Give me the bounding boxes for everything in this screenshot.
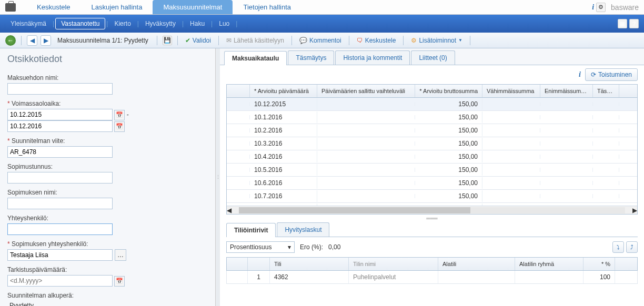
ero-label: Ero (%):	[300, 243, 323, 251]
input-contract-id[interactable]	[7, 172, 113, 183]
breadcrumb: Maksusuunnitelma 1/1: Pyydetty	[57, 37, 148, 44]
col-account-name[interactable]: Tilin nimi	[349, 258, 438, 270]
sub-nav: Yleisnäkymä | Vastaanotettu | Kierto | H…	[0, 15, 644, 33]
label-payment-term: Maksuehdon nimi:	[7, 74, 208, 81]
schedule-row[interactable]: 10.6.2016150,00	[227, 177, 637, 190]
calendar-from-icon[interactable]: 📅	[114, 110, 125, 120]
tab-invoices[interactable]: Laskujen hallinta	[81, 0, 153, 14]
more-button[interactable]: ⚙Lisätoiminnot ▼	[409, 36, 465, 45]
tab-plans[interactable]: Maksusuunnitelmat	[153, 0, 233, 14]
validate-button[interactable]: ✔Validoi	[183, 36, 213, 45]
tab-coding-rows[interactable]: Tiliöintirivit	[226, 223, 276, 237]
tab-attachments[interactable]: Liitteet (0)	[411, 50, 455, 65]
schedule-row[interactable]: 10.2.2016150,00	[227, 124, 637, 137]
label-validity: Voimassaoloaika:	[7, 100, 208, 107]
calendar-check-icon[interactable]: 📅	[114, 276, 125, 287]
horizontal-scrollbar[interactable]: ◀▶	[227, 206, 637, 214]
input-payment-term[interactable]	[7, 83, 113, 95]
comment-button[interactable]: 💬Kommentoi	[297, 36, 344, 45]
import-icon[interactable]: ⤵	[612, 241, 624, 253]
basis-dropdown[interactable]: Prosenttiosuus▾	[226, 241, 295, 253]
info-icon[interactable]: i	[592, 3, 594, 12]
tab-history[interactable]: Historia ja kommentit	[335, 50, 410, 65]
input-contract-name[interactable]	[7, 198, 113, 209]
briefcase-icon[interactable]	[5, 3, 16, 12]
horizontal-splitter[interactable]: ═══	[220, 215, 644, 222]
input-date-to[interactable]	[7, 120, 113, 132]
recurrence-button[interactable]: ⟳ Toistuminen	[585, 68, 638, 81]
subnav-received[interactable]: Vastaanotettu	[55, 18, 105, 29]
label-contract-name: Sopimuksen nimi:	[7, 189, 208, 196]
subnav-approved[interactable]: Hyväksytty	[140, 18, 181, 29]
export-icon[interactable]: ⤴	[626, 241, 638, 253]
layout-icon[interactable]: ▦	[618, 19, 627, 28]
col-match[interactable]: Täsmä	[593, 85, 619, 97]
input-date-from[interactable]	[7, 109, 113, 120]
left-title: Otsikkotiedot	[0, 48, 215, 70]
value-origin: Pyydetty	[7, 301, 208, 306]
input-contact[interactable]	[7, 223, 113, 235]
schedule-row[interactable]: 10.5.2016150,00	[227, 164, 637, 177]
schedule-row[interactable]: 10.7.2016150,00	[227, 190, 637, 203]
prev-button[interactable]: ◀	[27, 35, 37, 46]
col-est-gross[interactable]: * Arvioitu bruttosumma	[415, 85, 482, 97]
calendar-to-icon[interactable]: 📅	[114, 121, 125, 132]
save-icon[interactable]: 💾	[163, 36, 172, 45]
schedule-row[interactable]: 10.3.2016150,00	[227, 137, 637, 150]
col-subaccount[interactable]: Alatili	[438, 258, 515, 270]
ero-value: 0,00	[328, 243, 340, 251]
vertical-splitter[interactable]: ⋮	[216, 48, 220, 306]
back-button[interactable]: ←	[5, 35, 16, 46]
col-min[interactable]: Vähimmäissumma	[482, 85, 540, 97]
subnav-search[interactable]: Haku	[185, 18, 210, 29]
top-tabs: Keskustele Laskujen hallinta Maksusuunni…	[0, 0, 644, 15]
col-est-date[interactable]: * Arvioitu päivämäärä	[250, 85, 317, 97]
send-button[interactable]: ✉Lähetä käsittelyyn	[224, 36, 286, 45]
toolbar: ← ◀ ▶ Maksusuunnitelma 1/1: Pyydetty 💾 ✔…	[0, 33, 644, 48]
schedule-row[interactable]: 10.12.2015150,00	[227, 98, 637, 111]
col-date-range[interactable]: Päivämäärien sallittu vaihteluväli	[317, 85, 415, 97]
settings-icon[interactable]: ⚙	[596, 3, 606, 12]
tab-schedule[interactable]: Maksuaikataulu	[224, 51, 287, 65]
input-check-date[interactable]	[7, 275, 113, 287]
help-icon[interactable]: ?	[629, 19, 639, 28]
tab-credit-notes[interactable]: Hyvityslaskut	[277, 222, 329, 237]
right-pane: Maksuaikataulu Täsmäytys Historia ja kom…	[220, 48, 644, 306]
col-account[interactable]: Tili	[270, 258, 349, 270]
label-contract-id: Sopimustunnus:	[7, 163, 208, 170]
tab-datamgmt[interactable]: Tietojen hallinta	[233, 0, 301, 14]
label-contact: Yhteyshenkilö:	[7, 215, 208, 222]
lookup-button[interactable]: …	[115, 249, 126, 261]
label-origin: Suunnitelman alkuperä:	[7, 292, 208, 299]
label-check-date: Tarkistuspäivämäärä:	[7, 266, 208, 273]
subnav-create[interactable]: Luo	[214, 18, 235, 29]
subnav-overview[interactable]: Yleisnäkymä	[5, 18, 52, 29]
tab-match[interactable]: Täsmäytys	[288, 50, 334, 65]
schedule-row[interactable]: 10.4.2016150,00	[227, 150, 637, 164]
discuss-button[interactable]: 🗨Keskustele	[355, 36, 398, 45]
left-pane: Otsikkotiedot Maksuehdon nimi: Voimassao…	[0, 48, 216, 306]
subnav-circulation[interactable]: Kierto	[109, 18, 136, 29]
info-icon-grid[interactable]: i	[579, 70, 581, 79]
input-plan-ref[interactable]	[7, 146, 113, 158]
label-contract-contact: Sopimuksen yhteyshenkilö:	[7, 240, 208, 248]
input-contract-contact[interactable]	[7, 249, 113, 261]
col-percent[interactable]: * %	[583, 258, 615, 270]
next-button[interactable]: ▶	[41, 35, 51, 46]
tab-discuss[interactable]: Keskustele	[26, 0, 81, 14]
brand-logo: basware	[611, 3, 639, 12]
coding-row[interactable]: 1 4362 Puhelinpalvelut 100	[226, 271, 638, 284]
col-subaccount-group[interactable]: Alatilin ryhmä	[515, 258, 583, 270]
label-plan-ref: Suunnitelman viite:	[7, 137, 208, 145]
schedule-row[interactable]: 10.1.2016150,00	[227, 111, 637, 124]
schedule-grid: * Arvioitu päivämäärä Päivämäärien salli…	[226, 84, 638, 215]
col-max[interactable]: Enimmäissumma	[540, 85, 593, 97]
